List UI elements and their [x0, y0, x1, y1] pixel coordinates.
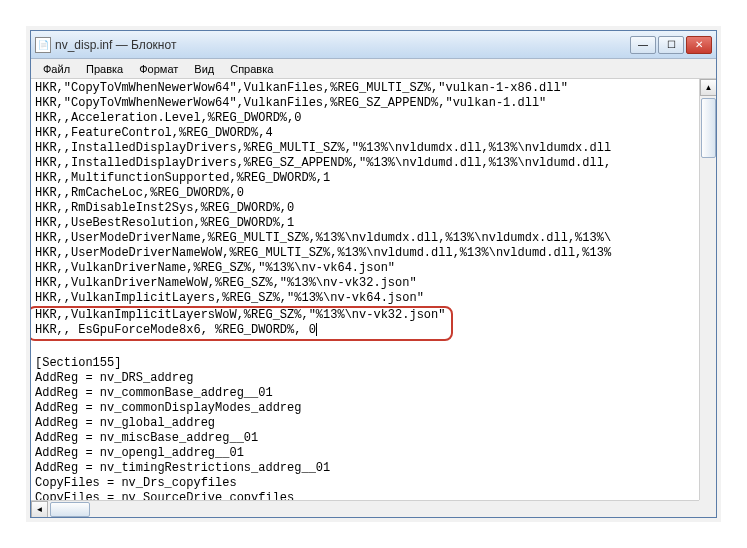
content-area: HKR,"CopyToVmWhenNewerWow64",VulkanFiles…	[31, 79, 716, 517]
menu-format[interactable]: Формат	[131, 61, 186, 77]
scroll-left-button[interactable]: ◄	[31, 501, 48, 518]
menu-view[interactable]: Вид	[186, 61, 222, 77]
horizontal-scroll-thumb[interactable]	[50, 502, 90, 517]
text-cursor	[316, 323, 317, 336]
titlebar[interactable]: 📄 nv_disp.inf — Блокнот — ☐ ✕	[31, 31, 716, 59]
close-button[interactable]: ✕	[686, 36, 712, 54]
minimize-button[interactable]: —	[630, 36, 656, 54]
highlighted-region: HKR,,VulkanImplicitLayersWoW,%REG_SZ%,"%…	[31, 306, 453, 341]
vertical-scroll-thumb[interactable]	[701, 98, 716, 158]
vertical-scrollbar[interactable]: ▲	[699, 79, 716, 500]
menu-help[interactable]: Справка	[222, 61, 281, 77]
app-icon: 📄	[35, 37, 51, 53]
menubar: Файл Правка Формат Вид Справка	[31, 59, 716, 79]
text-editor[interactable]: HKR,"CopyToVmWhenNewerWow64",VulkanFiles…	[31, 79, 716, 517]
menu-edit[interactable]: Правка	[78, 61, 131, 77]
window-controls: — ☐ ✕	[630, 36, 712, 54]
scroll-up-button[interactable]: ▲	[700, 79, 716, 96]
highlight-line-1: HKR,,VulkanImplicitLayersWoW,%REG_SZ%,"%…	[35, 308, 445, 322]
menu-file[interactable]: Файл	[35, 61, 78, 77]
scrollbar-corner	[699, 500, 716, 517]
horizontal-scrollbar[interactable]: ◄	[31, 500, 699, 517]
window-title: nv_disp.inf — Блокнот	[55, 38, 630, 52]
notepad-window: 📄 nv_disp.inf — Блокнот — ☐ ✕ Файл Правк…	[30, 30, 717, 518]
highlight-line-2: HKR,, EsGpuForceMode8x6, %REG_DWORD%, 0	[35, 323, 316, 337]
maximize-button[interactable]: ☐	[658, 36, 684, 54]
